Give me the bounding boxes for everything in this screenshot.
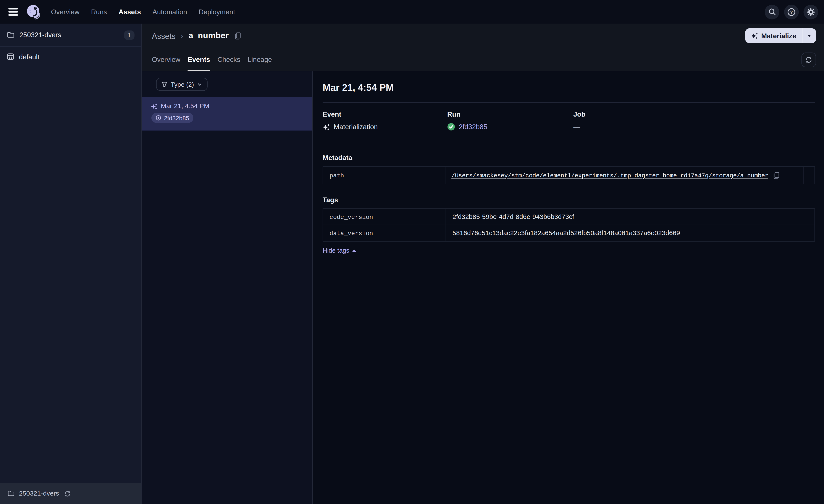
event-item-run-pill[interactable]: 2fd32b85 — [151, 113, 193, 123]
sidebar-group-count-badge: 1 — [124, 30, 135, 40]
type-filter-button[interactable]: Type (2) — [156, 78, 208, 91]
sidebar-item-label: default — [19, 53, 39, 60]
event-item-timestamp: Mar 21, 4:54 PM — [161, 102, 209, 110]
sidebar-group-label: 250321-dvers — [19, 31, 61, 39]
materialize-options-button[interactable] — [802, 28, 816, 43]
job-column-header: Job — [573, 110, 815, 118]
event-item-run-id: 2fd32b85 — [164, 115, 189, 121]
materialization-sparkle-icon — [151, 103, 158, 110]
hide-tags-label: Hide tags — [323, 247, 349, 254]
copy-icon — [234, 32, 241, 39]
caret-down-icon — [807, 33, 812, 38]
breadcrumb-assets-link[interactable]: Assets — [152, 31, 175, 40]
tags-heading: Tags — [323, 196, 815, 204]
tag-key: code_version — [323, 209, 446, 225]
divider — [323, 102, 815, 103]
event-timestamp-title: Mar 21, 4:54 PM — [323, 83, 815, 94]
nav-deployment[interactable]: Deployment — [199, 8, 235, 16]
event-summary-columns: Event Materialization Run — [323, 110, 815, 131]
folder-icon — [7, 31, 15, 39]
hide-tags-button[interactable]: Hide tags — [323, 247, 356, 254]
menu-button[interactable] — [7, 7, 19, 17]
nav-automation[interactable]: Automation — [152, 8, 187, 16]
nav-runs[interactable]: Runs — [91, 8, 107, 16]
success-check-icon — [447, 123, 455, 131]
materialize-button[interactable]: Materialize — [745, 28, 816, 43]
dagster-logo[interactable] — [26, 4, 41, 20]
search-button[interactable] — [765, 5, 780, 19]
code-location-name: 250321-dvers — [19, 490, 59, 497]
sidebar-group-row[interactable]: 250321-dvers 1 — [0, 24, 141, 47]
event-list: Type (2) Mar 21, 4:54 PM — [142, 72, 313, 504]
tab-checks[interactable]: Checks — [217, 48, 240, 71]
help-button[interactable]: ? — [784, 5, 799, 19]
sidebar-item-default[interactable]: default — [0, 47, 141, 67]
help-icon: ? — [787, 8, 796, 16]
table-row: code_version 2fd32b85-59be-4d7d-8d6e-943… — [323, 209, 815, 225]
code-location-status-bar: 250321-dvers — [0, 483, 141, 504]
table-row: data_version 5816d76e51c13dac22e3fa182a6… — [323, 225, 815, 241]
copy-asset-name-button[interactable] — [234, 32, 241, 39]
gear-icon — [807, 8, 815, 16]
asset-catalog-sidebar: 250321-dvers 1 default 250321-dvers — [0, 24, 142, 504]
asset-header: Assets › a_number Materi — [142, 24, 824, 48]
search-icon — [768, 8, 776, 16]
tab-lineage[interactable]: Lineage — [248, 48, 272, 71]
svg-text:?: ? — [790, 9, 793, 14]
materialize-button-main[interactable]: Materialize — [745, 28, 802, 43]
metadata-table: path /Users/smackesey/stm/code/elementl/… — [323, 166, 815, 184]
table-row: path /Users/smackesey/stm/code/elementl/… — [323, 167, 815, 184]
metadata-heading: Metadata — [323, 154, 815, 161]
nav-overview[interactable]: Overview — [51, 8, 80, 16]
main-panel: Assets › a_number Materi — [142, 24, 824, 504]
refresh-icon — [64, 490, 71, 497]
topbar-actions: ? — [765, 5, 818, 19]
breadcrumb: Assets › a_number — [152, 31, 241, 40]
folder-icon — [7, 490, 15, 497]
type-filter-label: Type (2) — [171, 81, 194, 88]
tab-events[interactable]: Events — [188, 48, 210, 71]
tags-table: code_version 2fd32b85-59be-4d7d-8d6e-943… — [323, 209, 815, 242]
materialize-label: Materialize — [761, 32, 796, 39]
nav-assets[interactable]: Assets — [118, 8, 141, 16]
job-column: Job — — [573, 110, 815, 131]
event-type-value: Materialization — [334, 123, 378, 131]
hamburger-icon — [8, 8, 18, 15]
events-content: Type (2) Mar 21, 4:54 PM — [142, 72, 824, 504]
asset-group-icon — [7, 53, 14, 60]
event-detail-panel: Mar 21, 4:54 PM Event Materialization — [313, 72, 824, 504]
table-end-cell — [803, 167, 815, 184]
refresh-icon — [805, 56, 813, 64]
run-link[interactable]: 2fd32b85 — [459, 123, 487, 131]
run-column-header: Run — [447, 110, 574, 118]
copy-icon — [772, 171, 780, 179]
dagster-logo-icon — [26, 4, 41, 20]
main-nav: Overview Runs Assets Automation Deployme… — [51, 8, 235, 16]
materialization-sparkle-icon — [323, 123, 330, 130]
copy-path-button[interactable] — [772, 171, 780, 179]
run-column: Run 2fd32b85 — [447, 110, 574, 131]
chevron-right-icon: › — [181, 31, 183, 40]
tag-value: 2fd32b85-59be-4d7d-8d6e-943b6b3d73cf — [446, 209, 815, 225]
job-value: — — [573, 123, 815, 131]
topbar: Overview Runs Assets Automation Deployme… — [0, 0, 824, 24]
settings-button[interactable] — [803, 5, 818, 19]
tag-value: 5816d76e51c13dac22e3fa182a654aa2d526fb50… — [446, 225, 815, 241]
asset-tabs: Overview Events Checks Lineage — [142, 48, 824, 72]
filter-funnel-icon — [161, 81, 168, 87]
caret-up-icon — [352, 249, 356, 252]
metadata-key: path — [323, 167, 446, 184]
chevron-down-icon — [197, 82, 202, 87]
event-column-header: Event — [323, 110, 447, 118]
event-list-item[interactable]: Mar 21, 4:54 PM 2fd32b85 — [142, 97, 312, 131]
materialization-sparkle-icon — [751, 32, 758, 39]
path-link[interactable]: /Users/smackesey/stm/code/elementl/exper… — [451, 172, 768, 179]
refresh-events-button[interactable] — [802, 52, 816, 67]
tab-overview[interactable]: Overview — [152, 48, 180, 71]
event-column: Event Materialization — [323, 110, 447, 131]
tag-key: data_version — [323, 225, 446, 241]
app-root: Overview Runs Assets Automation Deployme… — [0, 0, 824, 504]
reload-code-location-button[interactable] — [64, 490, 71, 497]
run-status-icon — [156, 115, 161, 121]
page-title: a_number — [189, 31, 229, 40]
